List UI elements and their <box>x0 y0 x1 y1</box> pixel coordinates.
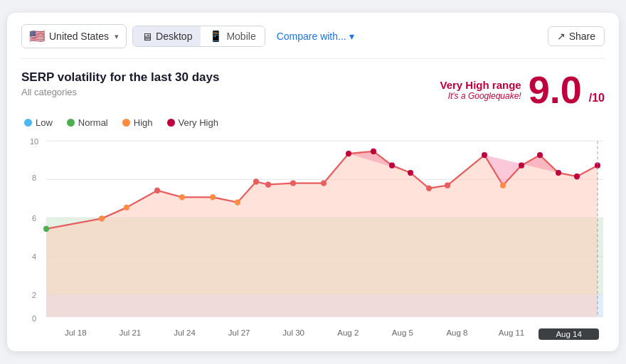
googlequake-text: It's a Googlequake! <box>440 91 521 101</box>
svg-text:10: 10 <box>30 136 38 145</box>
score-label: Very High range It's a Googlequake! <box>440 79 521 101</box>
svg-text:6: 6 <box>32 213 36 222</box>
country-label: United States <box>49 31 109 42</box>
legend-very-high: Very High <box>167 117 218 128</box>
x-label-8: Aug 11 <box>484 328 539 340</box>
very-high-label: Very High <box>179 117 218 128</box>
high-dot <box>122 119 130 127</box>
svg-point-36 <box>519 163 524 168</box>
svg-point-29 <box>371 149 376 154</box>
svg-point-19 <box>124 205 129 210</box>
compare-label: Compare with... <box>277 31 346 42</box>
country-flag: 🇺🇸 <box>29 28 45 44</box>
title-area: SERP volatility for the last 30 days All… <box>21 70 219 97</box>
svg-text:2: 2 <box>32 290 36 299</box>
legend-normal: Normal <box>67 117 108 128</box>
mobile-icon: 📱 <box>209 30 223 43</box>
x-label-7: Aug 8 <box>430 328 484 340</box>
svg-point-20 <box>154 188 160 193</box>
svg-marker-14 <box>46 151 598 317</box>
low-label: Low <box>36 117 53 128</box>
svg-point-18 <box>99 215 105 221</box>
chart-svg: 10 8 6 4 2 0 <box>21 134 605 326</box>
chevron-compare-icon: ▾ <box>349 31 354 42</box>
country-selector[interactable]: 🇺🇸 United States ▾ <box>21 24 127 48</box>
svg-point-17 <box>43 226 49 232</box>
x-label-0: Jul 18 <box>48 328 103 340</box>
svg-point-38 <box>556 170 561 176</box>
chart-container: 10 8 6 4 2 0 <box>21 134 605 326</box>
share-button[interactable]: ↗ Share <box>548 26 605 46</box>
svg-point-33 <box>445 183 450 188</box>
subtitle: All categories <box>21 87 219 97</box>
svg-point-22 <box>210 194 216 200</box>
svg-point-23 <box>235 199 240 205</box>
score-denom: /10 <box>589 92 605 105</box>
x-label-1: Jul 21 <box>103 328 158 340</box>
mobile-label: Mobile <box>226 31 255 42</box>
svg-point-21 <box>179 194 185 200</box>
desktop-icon: 🖥 <box>142 31 152 43</box>
svg-text:4: 4 <box>32 252 36 260</box>
legend-high: High <box>122 117 153 128</box>
page-title: SERP volatility for the last 30 days <box>21 70 219 85</box>
svg-point-30 <box>389 163 395 168</box>
main-card: 🇺🇸 United States ▾ 🖥 Desktop 📱 Mobile Co… <box>7 13 619 351</box>
svg-text:8: 8 <box>32 173 36 182</box>
very-high-dot <box>167 119 175 127</box>
x-label-6: Aug 5 <box>376 328 430 340</box>
svg-point-35 <box>500 183 506 188</box>
x-label-4: Jul 30 <box>266 328 321 340</box>
desktop-button[interactable]: 🖥 Desktop <box>133 26 201 46</box>
device-group: 🖥 Desktop 📱 Mobile <box>132 26 265 47</box>
svg-point-32 <box>426 186 432 191</box>
mobile-button[interactable]: 📱 Mobile <box>201 26 264 46</box>
score-number: 9.0 <box>529 70 582 109</box>
normal-label: Normal <box>78 117 108 128</box>
svg-point-37 <box>537 152 543 158</box>
svg-point-25 <box>265 182 271 188</box>
high-label: High <box>134 117 153 128</box>
x-label-5: Aug 2 <box>321 328 376 340</box>
x-label-3: Jul 27 <box>212 328 267 340</box>
svg-point-39 <box>574 173 580 179</box>
share-label: Share <box>569 31 595 42</box>
svg-point-26 <box>290 180 296 186</box>
svg-text:0: 0 <box>32 314 36 323</box>
score-area: Very High range It's a Googlequake! 9.0 … <box>440 70 605 109</box>
svg-point-31 <box>408 170 413 176</box>
low-dot <box>24 119 32 127</box>
chevron-down-icon: ▾ <box>115 32 119 41</box>
desktop-label: Desktop <box>156 31 192 42</box>
legend: Low Normal High Very High <box>21 117 605 128</box>
range-text: Very High range <box>440 79 521 91</box>
legend-low: Low <box>24 117 53 128</box>
svg-point-28 <box>346 151 351 156</box>
svg-point-27 <box>321 180 327 186</box>
x-axis-labels: Jul 18 Jul 21 Jul 24 Jul 27 Jul 30 Aug 2… <box>21 326 599 340</box>
svg-point-24 <box>253 178 259 184</box>
share-icon: ↗ <box>557 31 566 42</box>
x-label-9: Aug 14 <box>539 328 599 340</box>
normal-dot <box>67 119 75 127</box>
compare-button[interactable]: Compare with... ▾ <box>271 27 360 46</box>
svg-point-34 <box>482 152 487 158</box>
x-label-2: Jul 24 <box>157 328 212 340</box>
topbar: 🇺🇸 United States ▾ 🖥 Desktop 📱 Mobile Co… <box>21 24 605 59</box>
header-section: SERP volatility for the last 30 days All… <box>21 70 605 109</box>
